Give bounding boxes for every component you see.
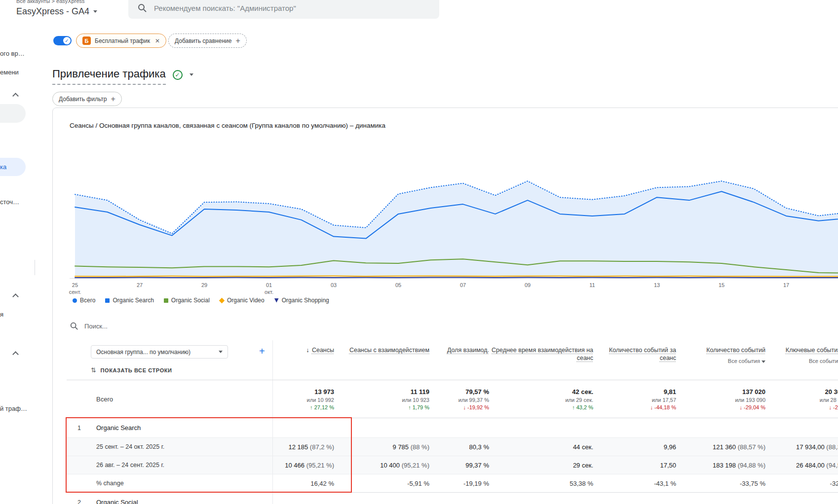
events-filter-dropdown[interactable]: Все события — [676, 357, 765, 365]
legend-label: Organic Video — [227, 297, 265, 304]
metric-value: 44 сек. — [489, 443, 593, 451]
global-search-bar[interactable] — [128, 0, 439, 19]
sort-desc-icon: ↓ — [306, 347, 309, 354]
page-title: Привлечение трафика — [52, 68, 166, 85]
square-marker-icon — [164, 298, 168, 303]
show-all-rows-button[interactable]: ⇅ ПОКАЗАТЬ ВСЕ СТРОКИ — [91, 366, 172, 374]
legend-label: Organic Search — [113, 297, 153, 304]
totals-cell: 11 119или 10 923↑ 1,79 % — [334, 388, 429, 410]
search-icon — [137, 3, 147, 13]
legend-item-organic-search[interactable]: Organic Search — [105, 297, 153, 304]
change-row-label: % change — [96, 480, 124, 487]
change-value: 16,42 % — [273, 480, 334, 487]
metric-value: 26 484,00 (94,5 — [765, 462, 838, 469]
chevron-down-icon[interactable] — [190, 73, 193, 76]
column-header-7[interactable]: Ключевые событияВсе события — [765, 340, 838, 380]
table-body: 1Organic Search25 сент. – 24 окт. 2025 г… — [67, 418, 838, 504]
x-axis-label: 29 — [201, 282, 207, 288]
segment-chip[interactable]: Б Бесплатный трафик ✕ — [76, 34, 166, 48]
sidebar-item-label[interactable]: сточ… — [0, 198, 19, 206]
metric-value: 183 198 (94,88 %) — [676, 462, 765, 469]
channel-row: 1Organic Search — [67, 418, 838, 438]
sidebar-item-selected-pill[interactable]: ка — [0, 158, 26, 176]
chart-legend: ВсегоOrganic SearchOrganic SocialOrganic… — [73, 297, 329, 304]
row-index: 2 — [77, 499, 81, 504]
segment-chip-label: Бесплатный трафик — [95, 37, 150, 44]
change-value: -5,91 % — [334, 480, 429, 487]
totals-row: Всего 13 973или 10 992↑ 27,12 %11 119или… — [67, 380, 838, 418]
add-dimension-button[interactable]: + — [259, 346, 265, 356]
square-marker-icon — [105, 298, 110, 303]
add-filter-label: Добавить фильтр — [59, 96, 107, 103]
toggle-check-icon: ✓ — [63, 37, 71, 44]
expand-rows-icon: ⇅ — [91, 366, 97, 374]
circle-marker-icon — [73, 298, 77, 303]
search-input[interactable] — [154, 4, 430, 12]
x-axis-label: 27 — [137, 282, 143, 288]
column-header-1[interactable]: ↓ Сеансы — [273, 340, 334, 380]
table-header-row: Основная группа... по умолчанию) + ⇅ ПОК… — [67, 340, 838, 380]
period-row: 26 авг. – 24 сент. 2025 г.10 466 (95,21 … — [67, 456, 838, 474]
legend-label: Organic Shopping — [282, 297, 329, 304]
sidebar-item-label[interactable]: ого вр… — [0, 50, 25, 57]
search-icon — [70, 322, 78, 330]
sidebar-item-label[interactable]: я — [0, 311, 3, 318]
metric-value: 9,96 — [593, 443, 676, 451]
row-index: 1 — [77, 425, 81, 432]
sessions-line-chart — [70, 142, 838, 279]
metric-value: 12 185 (87,2 %) — [273, 443, 334, 451]
chevron-up-icon[interactable] — [12, 351, 19, 358]
totals-label: Всего — [96, 396, 113, 403]
legend-label: Organic Social — [171, 297, 210, 304]
close-icon[interactable]: ✕ — [155, 37, 160, 44]
legend-item-organic-shopping[interactable]: Organic Shopping — [274, 297, 329, 304]
channel-name: Organic Social — [96, 499, 138, 504]
legend-item-organic-video[interactable]: Organic Video — [220, 297, 265, 304]
period-label: 25 сент. – 24 окт. 2025 г. — [96, 443, 164, 450]
x-axis-label: 05 — [395, 282, 401, 288]
chevron-up-icon[interactable] — [12, 293, 19, 300]
add-comparison-button[interactable]: Добавить сравнение + — [168, 34, 247, 48]
column-header-2[interactable]: Сеансы с взаимодействием — [334, 340, 429, 380]
metric-value: 10 400 (95,21 %) — [334, 462, 429, 469]
x-axis-label: 15 — [719, 282, 724, 288]
events-filter-dropdown[interactable]: Все события — [765, 357, 838, 365]
segment-letter-icon: Б — [82, 36, 91, 45]
property-name: EasyXpress - GA4 — [16, 6, 89, 17]
table-search[interactable] — [70, 322, 242, 330]
x-axis-label: 17 — [783, 282, 789, 288]
sidebar-item-pill[interactable] — [0, 104, 26, 123]
diamond-marker-icon — [219, 297, 225, 303]
totals-cell: 13 973или 10 992↑ 27,12 % — [273, 388, 334, 410]
column-header-5[interactable]: Количество событий за сеанс — [593, 340, 676, 380]
column-header-6[interactable]: Количество событийВсе события — [676, 340, 765, 380]
metric-value: 9 785 (88 %) — [334, 443, 429, 451]
period-row: 25 сент. – 24 окт. 2025 г.12 185 (87,2 %… — [67, 438, 838, 456]
column-header-4[interactable]: Среднее время взаимодействия на сеанс — [489, 340, 593, 380]
property-selector[interactable]: EasyXpress - GA4 — [16, 6, 97, 17]
table-search-input[interactable] — [84, 323, 242, 330]
x-axis: 25сент.272901окт.0305070911131517 — [70, 282, 838, 296]
change-value: -19,19 % — [429, 480, 489, 487]
sidebar-item-label[interactable]: емени — [0, 69, 19, 76]
chevron-up-icon[interactable] — [12, 93, 19, 99]
dimension-selector[interactable]: Основная группа... по умолчанию) — [91, 345, 228, 359]
legend-item-organic-social[interactable]: Organic Social — [164, 297, 210, 304]
x-axis-label: 13 — [654, 282, 660, 288]
plus-icon: + — [235, 37, 240, 45]
report-check-badge-icon[interactable]: ✓ — [173, 70, 183, 80]
totals-cell: 20 30или 28 0↓ -27 — [765, 388, 838, 410]
breadcrumb[interactable]: Все аккаунты > easyXpress — [16, 0, 85, 4]
dimension-selector-label: Основная группа... по умолчанию) — [96, 349, 190, 356]
x-axis-label: 09 — [525, 282, 531, 288]
period-label: 26 авг. – 24 сент. 2025 г. — [96, 462, 164, 468]
sidebar-item-label[interactable]: й траф… — [0, 405, 27, 412]
column-header-3[interactable]: Доля взаимод. — [429, 340, 489, 380]
comparison-toggle[interactable]: ✓ — [53, 36, 72, 45]
series-line-organic-video — [75, 276, 838, 276]
channel-name: Organic Search — [96, 424, 141, 432]
channels-table: Основная группа... по умолчанию) + ⇅ ПОК… — [67, 340, 838, 504]
chevron-down-icon — [219, 351, 223, 353]
add-filter-button[interactable]: Добавить фильтр + — [52, 92, 122, 106]
legend-item-всего[interactable]: Всего — [73, 297, 95, 304]
